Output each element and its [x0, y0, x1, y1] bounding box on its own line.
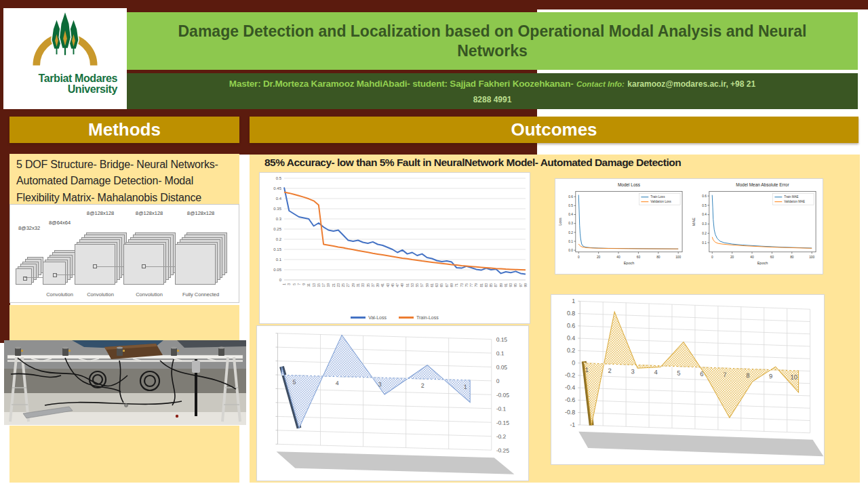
svg-text:0.45: 0.45 — [273, 186, 281, 190]
svg-text:0.5: 0.5 — [276, 176, 282, 180]
svg-text:60: 60 — [770, 256, 774, 259]
svg-text:Loss: Loss — [558, 218, 562, 226]
tmu-logo-graphic — [14, 8, 116, 73]
svg-text:0.2: 0.2 — [276, 237, 282, 241]
cnn-feature-map — [175, 244, 216, 285]
contact-email-phone[interactable]: karamooz@modares.ac.ir, +98 21 — [627, 79, 755, 89]
svg-text:4: 4 — [336, 380, 339, 386]
svg-text:71: 71 — [454, 283, 458, 287]
cnn-layer-label: 8@128x128 — [87, 210, 115, 216]
legend-entry-val-loss: Val-Loss — [351, 315, 387, 320]
svg-text:60: 60 — [637, 256, 641, 259]
training-loss-chart: 00.050.10.150.20.250.30.350.40.450.51357… — [260, 173, 530, 302]
svg-text:83: 83 — [484, 283, 488, 287]
svg-text:0.3: 0.3 — [568, 222, 573, 225]
legend-entry-train-loss: Train-Loss — [399, 315, 439, 320]
svg-text:65: 65 — [439, 283, 443, 287]
logo-text-line2: University — [3, 84, 117, 95]
svg-text:53: 53 — [410, 283, 414, 287]
svg-text:3: 3 — [631, 367, 635, 375]
outcomes-section-header: Outcomes — [250, 117, 859, 143]
svg-text:0.3: 0.3 — [276, 217, 282, 221]
svg-text:39: 39 — [376, 283, 380, 287]
svg-text:8: 8 — [746, 371, 749, 379]
svg-text:Model Mean Absolute Error: Model Mean Absolute Error — [736, 182, 789, 187]
svg-text:89: 89 — [499, 283, 503, 287]
svg-text:59: 59 — [425, 283, 429, 287]
svg-text:93: 93 — [509, 283, 513, 287]
svg-text:100: 100 — [809, 256, 814, 259]
training-loss-legend: Val-LossTrain-Loss — [260, 315, 530, 320]
svg-text:0.25: 0.25 — [273, 227, 281, 231]
svg-text:1: 1 — [464, 384, 467, 390]
svg-text:10: 10 — [790, 373, 797, 380]
svg-text:80: 80 — [656, 256, 660, 259]
poster-root: Tarbiat Modares University Damage Detect… — [0, 0, 868, 488]
cnn-architecture-diagram: 8@32x328@64x648@128x1288@128x1288@128x12… — [9, 204, 239, 303]
university-logo: Tarbiat Modares University — [3, 8, 127, 109]
svg-text:81: 81 — [479, 283, 484, 287]
svg-text:-0.2: -0.2 — [496, 433, 507, 440]
svg-text:0: 0 — [279, 278, 282, 282]
logo-text: Tarbiat Modares University — [3, 73, 127, 96]
svg-text:0.3: 0.3 — [702, 222, 707, 226]
svg-text:0.6: 0.6 — [567, 322, 575, 329]
svg-text:73: 73 — [460, 283, 464, 287]
svg-text:0.1: 0.1 — [496, 350, 505, 357]
svg-text:0.4: 0.4 — [276, 197, 282, 201]
logo-text-line1: Tarbiat Modares — [3, 73, 117, 84]
svg-text:25: 25 — [341, 283, 345, 287]
svg-text:41: 41 — [380, 283, 384, 287]
svg-text:79: 79 — [474, 283, 478, 287]
svg-text:3: 3 — [378, 381, 382, 388]
svg-text:19: 19 — [326, 283, 330, 287]
svg-text:87: 87 — [494, 283, 498, 287]
svg-text:33: 33 — [361, 283, 365, 287]
svg-text:-0.15: -0.15 — [496, 419, 509, 426]
modeshape-structure-chart-panel: 0.150.10.050-0.05-0.1-0.15-0.2-0.2554321 — [256, 325, 529, 481]
svg-text:45: 45 — [391, 283, 395, 287]
training-loss-chart-panel: 00.050.10.150.20.250.30.350.40.450.51357… — [259, 172, 530, 324]
svg-text:Validation Loss: Validation Loss — [650, 200, 671, 203]
svg-text:91: 91 — [504, 283, 508, 287]
outcomes-summary-text: 85% Accuracy- low than 5% Fault in Neura… — [264, 157, 848, 169]
authors-line: Master: Dr.Morteza Karamooz MahdiAbadi- … — [191, 76, 793, 106]
cnn-layer-label: 8@64x64 — [49, 220, 71, 226]
svg-text:55: 55 — [415, 283, 419, 287]
methods-spacer-block-bottom — [9, 426, 239, 483]
svg-text:-0.4: -0.4 — [565, 384, 575, 391]
left-border-strip — [0, 155, 10, 343]
svg-text:9: 9 — [769, 372, 772, 380]
svg-text:75: 75 — [465, 283, 469, 287]
modeshape-structure-chart: 0.150.10.050-0.05-0.1-0.15-0.2-0.2554321 — [257, 326, 528, 481]
svg-text:0.2: 0.2 — [702, 232, 707, 235]
legend-swatch — [351, 317, 366, 319]
experiment-photo-graphic — [4, 340, 246, 425]
methods-spacer-block-top — [9, 305, 239, 340]
svg-text:9: 9 — [302, 283, 306, 285]
svg-text:5: 5 — [677, 369, 680, 377]
modeshape-bridge-chart: 10.80.60.40.20-0.2-0.4-0.6-0.8-112345678… — [551, 295, 824, 464]
methods-summary-text: 5 DOF Structure- Bridge- Neural Networks… — [9, 154, 239, 204]
svg-text:-0.25: -0.25 — [496, 447, 509, 454]
svg-text:95: 95 — [513, 283, 517, 287]
svg-text:Model Loss: Model Loss — [618, 182, 640, 187]
svg-text:29: 29 — [351, 283, 355, 287]
svg-text:61: 61 — [430, 283, 434, 287]
svg-text:63: 63 — [435, 283, 439, 287]
svg-text:0: 0 — [711, 256, 713, 259]
svg-text:7: 7 — [723, 371, 726, 378]
svg-text:0.2: 0.2 — [568, 231, 573, 235]
model-loss-chart: Model Loss0.00.10.20.30.40.50.6020406080… — [555, 179, 689, 274]
svg-text:-0.8: -0.8 — [565, 409, 575, 416]
svg-text:97: 97 — [519, 283, 523, 287]
svg-text:43: 43 — [386, 283, 390, 287]
svg-text:0.1: 0.1 — [702, 241, 707, 245]
svg-text:67: 67 — [445, 283, 449, 287]
contact-phone-cont: 8288 4991 — [473, 95, 512, 104]
svg-text:5: 5 — [292, 283, 296, 285]
svg-text:0: 0 — [578, 256, 580, 259]
modeshape-bridge-chart-panel: 10.80.60.40.20-0.2-0.4-0.6-0.8-112345678… — [551, 294, 825, 465]
svg-text:-0.1: -0.1 — [496, 405, 507, 412]
svg-text:MAE: MAE — [692, 218, 696, 226]
